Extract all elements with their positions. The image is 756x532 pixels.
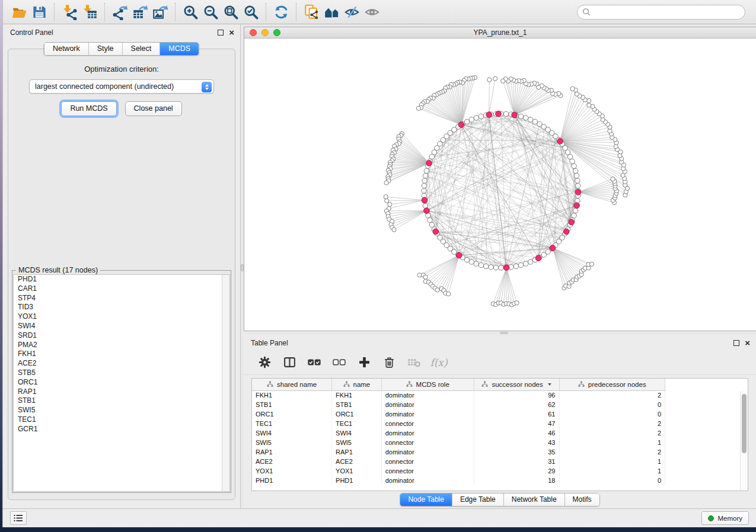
main-toolbar [3,0,756,24]
tab-node-table[interactable]: Node Table [400,493,452,506]
table-row[interactable]: YOX1YOX1connector291 [252,466,665,476]
table-row[interactable]: TEC1TEC1connector472 [252,419,665,428]
search-input[interactable] [591,6,745,18]
table-row[interactable]: FKH1FKH1dominator962 [252,390,665,400]
result-list-scrollbar[interactable] [222,275,229,491]
status-bar: Memory [3,508,756,527]
import-table-icon[interactable] [79,2,100,21]
optimization-criterion-label: Optimization criterion: [8,65,235,73]
zoom-selected-icon[interactable] [241,2,261,21]
table-row[interactable]: ACE2ACE2connector311 [252,457,665,466]
export-table-icon[interactable] [130,2,150,21]
result-list-item[interactable]: FKH1 [14,350,229,359]
table-row[interactable]: STB1STB1dominator620 [252,400,665,409]
select-all-checkboxes-icon[interactable] [303,352,326,373]
list-icon [14,514,23,522]
column-header-MCDS-role[interactable]: MCDS role [381,379,474,390]
result-list-item[interactable]: ACE2 [14,359,229,368]
tab-mcds[interactable]: MCDS [160,43,199,55]
search-icon [582,8,591,17]
open-session-icon[interactable] [9,2,29,21]
column-header-shared-name[interactable]: shared name [252,379,332,390]
result-list-item[interactable]: SWI4 [14,322,229,331]
search-box[interactable] [577,5,745,20]
tab-select[interactable]: Select [123,43,161,55]
deselect-all-checkboxes-icon[interactable] [328,352,350,373]
table-scrollbar[interactable] [740,391,748,491]
zoom-in-icon[interactable] [180,2,200,21]
result-list-item[interactable]: ORC1 [14,378,229,387]
optimization-select[interactable]: largest connected component (undirected) [29,79,214,94]
table-row[interactable]: SWI5SWI5connector431 [252,438,665,447]
task-history-button[interactable] [10,511,27,525]
mcds-tab-content: Optimization criterion: largest connecte… [8,49,235,500]
toolbar-separator [54,3,55,21]
horizontal-splitter[interactable] [244,331,756,335]
export-network-icon[interactable] [110,2,130,21]
tab-network-table[interactable]: Network Table [504,493,565,506]
result-list-item[interactable]: PHD1 [14,275,229,284]
result-list-item[interactable]: SWI5 [14,406,229,415]
table-row[interactable]: RAP1RAP1dominator352 [252,447,665,457]
tab-network[interactable]: Network [44,43,89,55]
result-list-item[interactable]: CAR1 [14,284,229,294]
result-list-item[interactable]: TID3 [14,303,229,312]
column-header-successor-nodes[interactable]: successor nodes [474,379,559,390]
float-panel-icon[interactable] [218,30,224,36]
close-panel-button[interactable]: Close panel [125,101,182,116]
clone-network-icon[interactable] [301,2,321,21]
zoom-fit-icon[interactable] [221,2,241,21]
delete-column-icon[interactable] [378,352,400,373]
sort-descending-icon [548,383,551,386]
result-list-item[interactable]: STP4 [14,294,229,303]
zoom-out-icon[interactable] [200,2,221,21]
export-image-icon[interactable] [150,2,170,21]
result-list-item[interactable]: YOX1 [14,312,229,322]
result-list-item[interactable]: TEC1 [14,415,229,425]
column-type-icon [481,381,488,387]
apply-layout-icon[interactable] [271,2,291,21]
result-list-item[interactable]: STB1 [14,396,229,406]
table-panel-title: Table Panel [251,339,288,347]
float-panel-icon[interactable] [733,340,739,346]
tab-style[interactable]: Style [89,43,123,55]
tab-edge-table[interactable]: Edge Table [452,493,504,506]
result-list-item[interactable]: GCR1 [14,425,229,434]
column-header-name[interactable]: name [332,379,382,390]
save-session-icon[interactable] [29,2,49,21]
network-view-window: YPA_prune.txt_1 [244,27,756,331]
control-panel-titlebar: Control Panel × [3,24,240,40]
table-row[interactable]: ORC1ORC1dominator610 [252,409,665,419]
close-panel-icon[interactable]: × [745,340,750,346]
show-all-icon[interactable] [362,2,382,21]
result-list-item[interactable]: RAP1 [14,387,229,397]
table-row[interactable]: PHD1PHD1dominator180 [252,476,665,485]
close-panel-icon[interactable]: × [229,30,234,36]
table-toolbar: f(x) [244,350,756,375]
splitter-handle[interactable] [241,264,244,271]
network-canvas[interactable] [244,39,756,331]
function-builder-icon: f(x) [428,352,450,373]
memory-status-icon [708,515,714,521]
hide-selected-icon[interactable] [342,2,362,21]
memory-button[interactable]: Memory [701,511,749,525]
result-list-item[interactable]: STB5 [14,368,229,378]
column-header-predecessor-nodes[interactable]: predecessor nodes [559,379,665,390]
splitter-handle[interactable] [500,332,508,334]
gear-icon[interactable] [253,352,276,373]
table-scrollbar-thumb[interactable] [742,394,747,453]
column-type-icon [267,381,273,387]
import-network-icon[interactable] [59,2,79,21]
add-column-icon[interactable] [353,352,375,373]
table-row[interactable]: SWI4SWI4dominator462 [252,428,665,438]
run-mcds-button[interactable]: Run MCDS [61,101,116,116]
columns-icon[interactable] [278,352,301,373]
mcds-result-list[interactable]: PHD1CAR1STP4TID3YOX1SWI4SRD1PMA2FKH1ACE2… [13,274,230,492]
tab-motifs[interactable]: Motifs [565,493,599,506]
result-list-item[interactable]: SRD1 [14,331,229,341]
vertical-splitter[interactable] [240,24,244,508]
network-graph [244,39,756,331]
result-list-item[interactable]: PMA2 [14,341,229,350]
table-panel-titlebar: Table Panel × [244,335,756,350]
first-neighbors-icon[interactable] [321,2,342,21]
